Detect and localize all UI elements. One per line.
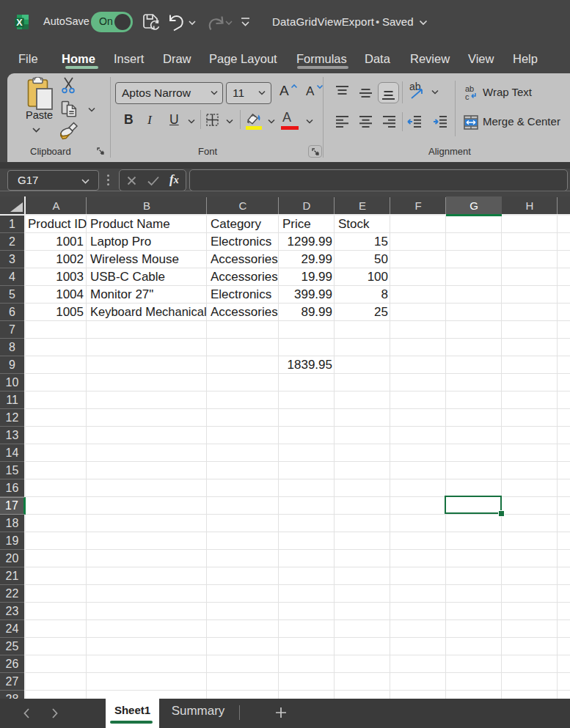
svg-text:X: X bbox=[16, 18, 23, 28]
svg-text:c: c bbox=[465, 92, 469, 101]
